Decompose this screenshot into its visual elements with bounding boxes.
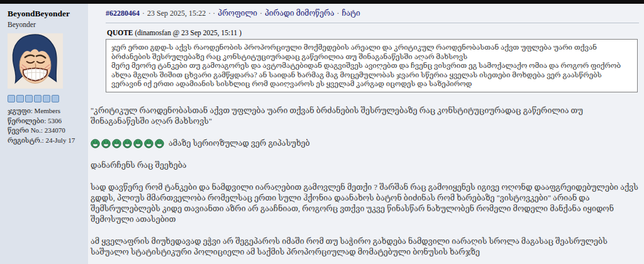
chat-link[interactable]: ჩატი [341, 9, 360, 18]
emoji-row: ამაზე სერიოზულად ვერ გიპასუხებ [91, 138, 639, 149]
quote-line: ჯერ ერთი გდდ-ს აქვს რაოდენობის პროპორციუ… [111, 43, 632, 61]
avatar [8, 33, 63, 89]
rating-pip [8, 95, 15, 102]
green-laugh-emoji [133, 139, 143, 148]
rating-pip [34, 95, 42, 102]
rating-pip [52, 95, 59, 102]
post-main: #62280464·23 Sep 2025, 15:22· ·პროფილი·პ… [88, 4, 644, 264]
separator: · · [206, 9, 218, 18]
separator: · [334, 9, 341, 18]
green-laugh-emoji [91, 139, 100, 148]
rating-pip [25, 95, 33, 102]
member-sidebar: BeyondBeyonder Beyonder ჯგუფ [0, 4, 88, 264]
quote-label: QUOTE [107, 29, 133, 36]
post-header: #62280464·23 Sep 2025, 15:22· ·პროფილი·პ… [91, 4, 640, 23]
rating-pips [8, 95, 88, 102]
private-message-link[interactable]: პირადი მიმოწერა [265, 9, 334, 18]
profile-link[interactable]: პროფილი [218, 9, 257, 18]
member-title: Beyonder [8, 21, 88, 28]
member-number: წევრი No.: 234070 [8, 126, 88, 136]
rating-pip [16, 95, 24, 102]
green-laugh-emoji [144, 139, 153, 148]
emoji-caption: ამაზე სერიოზულად ვერ გიპასუხებ [169, 138, 310, 149]
quote-section: QUOTE (dinamosfan @ 23 Sep 2025, 15:11 )… [106, 29, 638, 92]
post-body: "კრიტიკულ რაოდენობასთან აქვთ უფლება უარი… [91, 106, 639, 264]
username-link[interactable]: BeyondBeyonder [8, 9, 88, 19]
quote-box: ჯერ ერთი გდდ-ს აქვს რაოდენობის პროპორციუ… [106, 39, 638, 92]
body-paragraph-doubt: ამ ყველაფრის მიუხედავად ეჭვი არ შეგეპარო… [91, 236, 639, 258]
member-regdate: რეგისტრ.: 24-July 17 [8, 136, 88, 146]
body-quoted-line: "კრიტიკულ რაოდენობასთან აქვთ უფლება უარი… [91, 106, 639, 127]
quote-title: QUOTE (dinamosfan @ 23 Sep 2025, 15:11 ) [107, 29, 638, 36]
green-laugh-emoji [112, 139, 121, 148]
quote-line: მერე მეორე ტანკები თუ გამოაგორეს და ავტო… [111, 61, 632, 89]
member-posts: წერილები: 5306 [8, 116, 88, 126]
green-laugh-emoji [123, 139, 132, 148]
rating-pip [43, 95, 50, 102]
separator: · [257, 9, 265, 18]
body-paragraph-rest: დანარჩენს რაც შეეხება [91, 160, 639, 171]
header-divider [106, 23, 639, 23]
separator: · [140, 9, 147, 18]
post-row: BeyondBeyonder Beyonder ჯგუფ [0, 4, 644, 264]
laughing-man-avatar-image [8, 33, 63, 89]
post-id-link[interactable]: #62280464 [106, 9, 140, 18]
body-paragraph-tanks: სად დავწერე რომ ტანკები და ნამდვილი იარა… [91, 182, 639, 225]
forum-post-page: BeyondBeyonder Beyonder ჯგუფ [0, 0, 644, 264]
green-laugh-emoji [101, 139, 111, 148]
green-laugh-emoji [155, 139, 164, 148]
quote-attribution: (dinamosfan @ 23 Sep 2025, 15:11 ) [135, 29, 242, 36]
member-group: ჯგუფი: Members [8, 106, 88, 116]
post-timestamp: 23 Sep 2025, 15:22 [147, 9, 206, 18]
